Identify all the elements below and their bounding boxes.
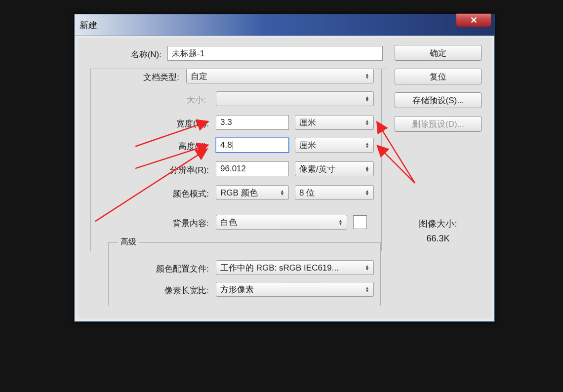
chevron-updown-icon: ▲▼ bbox=[365, 119, 369, 125]
height-value: 4.8 bbox=[220, 140, 232, 150]
background-select[interactable]: 白色 ▲▼ bbox=[216, 215, 347, 230]
delete-label: 删除预设(D)... bbox=[412, 118, 464, 130]
dialog-title: 新建 bbox=[80, 19, 97, 31]
background-swatch[interactable] bbox=[353, 215, 367, 229]
resolution-label: 分辨率(R): bbox=[140, 164, 212, 176]
chevron-updown-icon: ▲▼ bbox=[365, 142, 369, 148]
doctype-label: 文档类型: bbox=[95, 72, 182, 83]
colormode-select[interactable]: RGB 颜色 ▲▼ bbox=[216, 185, 289, 200]
imagesize-label: 图像大小: bbox=[395, 218, 482, 230]
chevron-updown-icon: ▲▼ bbox=[365, 190, 369, 196]
name-label: 名称(N): bbox=[80, 49, 164, 60]
reset-button[interactable]: 复位 bbox=[395, 69, 482, 84]
width-input[interactable]: 3.3 bbox=[216, 115, 289, 130]
text-cursor bbox=[233, 141, 233, 150]
ok-button[interactable]: 确定 bbox=[395, 45, 482, 61]
chevron-updown-icon: ▲▼ bbox=[365, 96, 369, 102]
close-button[interactable]: ✕ bbox=[456, 13, 491, 27]
width-unit-select[interactable]: 厘米 ▲▼ bbox=[295, 115, 374, 130]
chevron-updown-icon: ▲▼ bbox=[365, 73, 369, 79]
profile-value: 工作中的 RGB: sRGB IEC619... bbox=[220, 262, 339, 274]
aspect-select[interactable]: 方形像素 ▲▼ bbox=[216, 282, 374, 297]
doctype-select[interactable]: 自定 ▲▼ bbox=[186, 69, 374, 83]
title-bar[interactable]: 新建 ✕ bbox=[75, 14, 494, 36]
resolution-unit-select[interactable]: 像素/英寸 ▲▼ bbox=[295, 161, 374, 176]
width-label: 宽度(W): bbox=[140, 118, 212, 129]
save-preset-button[interactable]: 存储预设(S)... bbox=[395, 92, 482, 108]
aspect-label: 像素长宽比: bbox=[120, 285, 212, 296]
delete-preset-button[interactable]: 删除预设(D)... bbox=[395, 116, 482, 132]
resolution-input[interactable]: 96.012 bbox=[216, 161, 289, 176]
dialog-body: 名称(N): 未标题-1 文档类型: 自定 ▲▼ 大小: ▲▼ 宽度(W): bbox=[78, 38, 491, 318]
chevron-updown-icon: ▲▼ bbox=[338, 219, 343, 225]
group-right-line bbox=[381, 69, 382, 251]
height-unit-select[interactable]: 厘米 ▲▼ bbox=[295, 138, 374, 153]
background-label: 背景内容: bbox=[140, 218, 212, 229]
chevron-updown-icon: ▲▼ bbox=[365, 265, 369, 271]
colormode-label: 颜色模式: bbox=[140, 188, 212, 199]
imagesize-value: 66.3K bbox=[395, 234, 482, 244]
profile-select[interactable]: 工作中的 RGB: sRGB IEC619... ▲▼ bbox=[216, 260, 374, 275]
colordepth-select[interactable]: 8 位 ▲▼ bbox=[295, 185, 374, 200]
height-unit-value: 厘米 bbox=[299, 140, 316, 151]
ok-label: 确定 bbox=[430, 47, 446, 59]
size-select[interactable]: ▲▼ bbox=[216, 91, 374, 106]
width-unit-value: 厘米 bbox=[299, 117, 316, 128]
reset-label: 复位 bbox=[430, 71, 446, 82]
doctype-value: 自定 bbox=[191, 71, 207, 82]
height-label: 高度(H): bbox=[140, 141, 212, 152]
width-value: 3.3 bbox=[220, 118, 232, 127]
save-label: 存储预设(S)... bbox=[412, 95, 464, 106]
content-area: 名称(N): 未标题-1 文档类型: 自定 ▲▼ 大小: ▲▼ 宽度(W): bbox=[80, 41, 488, 315]
chevron-updown-icon: ▲▼ bbox=[280, 190, 284, 196]
chevron-updown-icon: ▲▼ bbox=[365, 286, 369, 292]
height-input[interactable]: 4.8 bbox=[216, 138, 289, 153]
aspect-value: 方形像素 bbox=[220, 284, 254, 295]
colordepth-value: 8 位 bbox=[299, 187, 315, 198]
size-label: 大小: bbox=[140, 94, 209, 106]
name-value: 未标题-1 bbox=[172, 48, 204, 59]
close-icon: ✕ bbox=[470, 15, 478, 26]
background-value: 白色 bbox=[220, 217, 237, 228]
advanced-legend: 高级 bbox=[118, 237, 139, 247]
profile-label: 颜色配置文件: bbox=[120, 263, 212, 274]
resolution-unit-value: 像素/英寸 bbox=[299, 163, 335, 175]
name-input[interactable]: 未标题-1 bbox=[167, 46, 383, 61]
resolution-value: 96.012 bbox=[220, 164, 246, 174]
chevron-updown-icon: ▲▼ bbox=[365, 166, 369, 172]
new-document-dialog: 新建 ✕ 名称(N): 未标题-1 文档类型: 自定 ▲▼ 大小: bbox=[74, 14, 495, 322]
colormode-value: RGB 颜色 bbox=[220, 187, 258, 198]
